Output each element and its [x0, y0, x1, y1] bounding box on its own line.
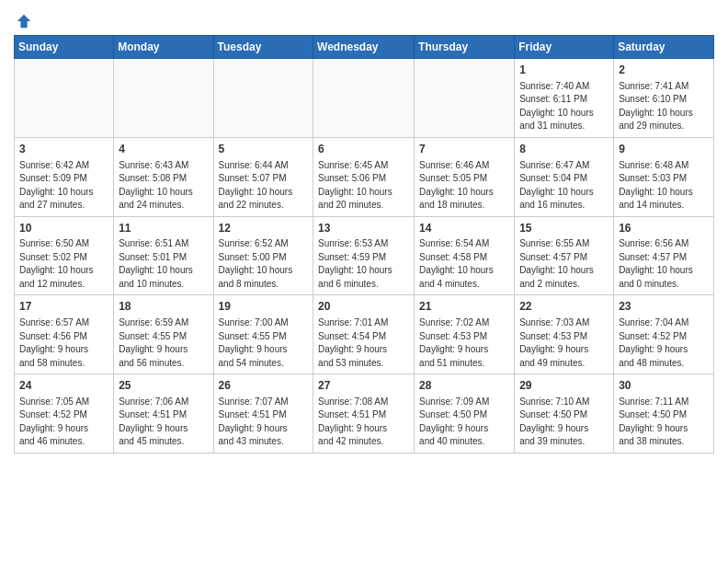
calendar-cell	[313, 59, 415, 138]
calendar-cell: 27Sunrise: 7:08 AMSunset: 4:51 PMDayligh…	[313, 374, 415, 454]
day-info: Sunrise: 7:07 AMSunset: 4:51 PMDaylight:…	[219, 396, 309, 449]
day-info: Sunrise: 6:57 AMSunset: 4:56 PMDaylight:…	[19, 316, 108, 370]
day-info: Sunrise: 7:04 AMSunset: 4:52 PMDaylight:…	[619, 316, 709, 370]
day-number: 13	[318, 221, 409, 236]
day-info: Sunrise: 7:06 AMSunset: 4:51 PMDaylight:…	[119, 396, 208, 449]
day-number: 30	[619, 378, 709, 394]
calendar-cell: 18Sunrise: 6:59 AMSunset: 4:55 PMDayligh…	[114, 295, 213, 374]
day-number: 18	[119, 299, 208, 315]
day-info: Sunrise: 6:46 AMSunset: 5:05 PMDaylight:…	[419, 159, 509, 213]
day-info: Sunrise: 7:11 AMSunset: 4:50 PMDaylight:…	[619, 396, 709, 449]
calendar-cell: 3Sunrise: 6:42 AMSunset: 5:09 PMDaylight…	[15, 137, 114, 216]
calendar-cell: 26Sunrise: 7:07 AMSunset: 4:51 PMDayligh…	[213, 374, 313, 454]
day-number: 27	[318, 378, 409, 394]
calendar-cell	[114, 59, 213, 138]
day-info: Sunrise: 6:59 AMSunset: 4:55 PMDaylight:…	[119, 316, 208, 370]
calendar-cell: 5Sunrise: 6:44 AMSunset: 5:07 PMDaylight…	[213, 137, 313, 216]
day-number: 6	[318, 142, 409, 157]
calendar-cell: 12Sunrise: 6:52 AMSunset: 5:00 PMDayligh…	[213, 216, 313, 295]
day-info: Sunrise: 6:51 AMSunset: 5:01 PMDaylight:…	[119, 237, 208, 291]
day-info: Sunrise: 6:53 AMSunset: 4:59 PMDaylight:…	[318, 237, 409, 291]
calendar-cell: 21Sunrise: 7:02 AMSunset: 4:53 PMDayligh…	[415, 295, 515, 374]
calendar-table: SundayMondayTuesdayWednesdayThursdayFrid…	[14, 35, 714, 454]
page: SundayMondayTuesdayWednesdayThursdayFrid…	[0, 0, 728, 467]
week-row-3: 17Sunrise: 6:57 AMSunset: 4:56 PMDayligh…	[15, 295, 714, 374]
day-number: 20	[318, 299, 409, 315]
day-number: 23	[619, 299, 709, 315]
day-info: Sunrise: 7:41 AMSunset: 6:10 PMDaylight:…	[619, 80, 709, 133]
day-info: Sunrise: 6:50 AMSunset: 5:02 PMDaylight:…	[19, 237, 108, 291]
day-info: Sunrise: 6:56 AMSunset: 4:57 PMDaylight:…	[619, 237, 709, 291]
calendar-cell: 24Sunrise: 7:05 AMSunset: 4:52 PMDayligh…	[15, 374, 114, 454]
calendar-cell: 19Sunrise: 7:00 AMSunset: 4:55 PMDayligh…	[213, 295, 313, 374]
day-info: Sunrise: 7:02 AMSunset: 4:53 PMDaylight:…	[419, 316, 509, 370]
calendar-body: 1Sunrise: 7:40 AMSunset: 6:11 PMDaylight…	[15, 59, 714, 454]
calendar-cell: 13Sunrise: 6:53 AMSunset: 4:59 PMDayligh…	[313, 216, 415, 295]
day-info: Sunrise: 7:05 AMSunset: 4:52 PMDaylight:…	[19, 396, 108, 449]
weekday-header-tuesday: Tuesday	[213, 36, 313, 59]
calendar-cell: 23Sunrise: 7:04 AMSunset: 4:52 PMDayligh…	[614, 295, 714, 374]
calendar-cell: 6Sunrise: 6:45 AMSunset: 5:06 PMDaylight…	[313, 137, 415, 216]
day-info: Sunrise: 6:54 AMSunset: 4:58 PMDaylight:…	[419, 237, 509, 291]
calendar-cell: 8Sunrise: 6:47 AMSunset: 5:04 PMDaylight…	[515, 137, 614, 216]
day-info: Sunrise: 6:47 AMSunset: 5:04 PMDaylight:…	[519, 159, 609, 213]
day-number: 7	[419, 142, 509, 157]
day-number: 10	[19, 221, 108, 236]
logo-text	[14, 13, 32, 31]
calendar-cell	[415, 59, 515, 138]
calendar-cell: 29Sunrise: 7:10 AMSunset: 4:50 PMDayligh…	[515, 374, 614, 454]
calendar-cell: 10Sunrise: 6:50 AMSunset: 5:02 PMDayligh…	[15, 216, 114, 295]
calendar-cell: 25Sunrise: 7:06 AMSunset: 4:51 PMDayligh…	[114, 374, 213, 454]
calendar-cell: 7Sunrise: 6:46 AMSunset: 5:05 PMDaylight…	[415, 137, 515, 216]
weekday-header-monday: Monday	[114, 36, 213, 59]
day-info: Sunrise: 7:40 AMSunset: 6:11 PMDaylight:…	[519, 80, 609, 133]
day-info: Sunrise: 6:52 AMSunset: 5:00 PMDaylight:…	[219, 237, 309, 291]
day-number: 1	[519, 63, 609, 78]
calendar-cell: 14Sunrise: 6:54 AMSunset: 4:58 PMDayligh…	[415, 216, 515, 295]
calendar-cell: 20Sunrise: 7:01 AMSunset: 4:54 PMDayligh…	[313, 295, 415, 374]
svg-marker-0	[17, 15, 30, 28]
week-row-2: 10Sunrise: 6:50 AMSunset: 5:02 PMDayligh…	[15, 216, 714, 295]
header	[14, 9, 714, 28]
day-info: Sunrise: 7:01 AMSunset: 4:54 PMDaylight:…	[318, 316, 409, 370]
calendar-header: SundayMondayTuesdayWednesdayThursdayFrid…	[15, 36, 714, 59]
calendar-cell: 30Sunrise: 7:11 AMSunset: 4:50 PMDayligh…	[614, 374, 714, 454]
week-row-0: 1Sunrise: 7:40 AMSunset: 6:11 PMDaylight…	[15, 59, 714, 138]
day-number: 28	[419, 378, 509, 394]
day-info: Sunrise: 6:44 AMSunset: 5:07 PMDaylight:…	[219, 159, 309, 213]
calendar-cell: 17Sunrise: 6:57 AMSunset: 4:56 PMDayligh…	[15, 295, 114, 374]
calendar-cell: 11Sunrise: 6:51 AMSunset: 5:01 PMDayligh…	[114, 216, 213, 295]
day-info: Sunrise: 6:48 AMSunset: 5:03 PMDaylight:…	[619, 159, 709, 213]
day-number: 29	[519, 378, 609, 394]
day-number: 22	[519, 299, 609, 315]
day-info: Sunrise: 6:45 AMSunset: 5:06 PMDaylight:…	[318, 159, 409, 213]
calendar-cell: 4Sunrise: 6:43 AMSunset: 5:08 PMDaylight…	[114, 137, 213, 216]
calendar-cell: 16Sunrise: 6:56 AMSunset: 4:57 PMDayligh…	[614, 216, 714, 295]
day-number: 14	[419, 221, 509, 236]
calendar-cell	[213, 59, 313, 138]
day-info: Sunrise: 7:00 AMSunset: 4:55 PMDaylight:…	[219, 316, 309, 370]
weekday-header-wednesday: Wednesday	[313, 36, 415, 59]
day-number: 25	[119, 378, 208, 394]
calendar-cell: 22Sunrise: 7:03 AMSunset: 4:53 PMDayligh…	[515, 295, 614, 374]
logo-icon	[16, 13, 32, 29]
day-info: Sunrise: 7:09 AMSunset: 4:50 PMDaylight:…	[419, 396, 509, 449]
day-number: 12	[219, 221, 309, 236]
day-number: 17	[19, 299, 108, 315]
day-number: 5	[219, 142, 309, 157]
calendar-cell: 9Sunrise: 6:48 AMSunset: 5:03 PMDaylight…	[614, 137, 714, 216]
day-number: 3	[19, 142, 108, 157]
day-number: 8	[519, 142, 609, 157]
weekday-header-thursday: Thursday	[415, 36, 515, 59]
calendar-cell: 15Sunrise: 6:55 AMSunset: 4:57 PMDayligh…	[515, 216, 614, 295]
day-info: Sunrise: 7:08 AMSunset: 4:51 PMDaylight:…	[318, 396, 409, 449]
weekday-header-friday: Friday	[515, 36, 614, 59]
calendar-cell: 1Sunrise: 7:40 AMSunset: 6:11 PMDaylight…	[515, 59, 614, 138]
day-number: 9	[619, 142, 709, 157]
day-number: 24	[19, 378, 108, 394]
weekday-header-saturday: Saturday	[614, 36, 714, 59]
week-row-4: 24Sunrise: 7:05 AMSunset: 4:52 PMDayligh…	[15, 374, 714, 454]
day-info: Sunrise: 7:10 AMSunset: 4:50 PMDaylight:…	[519, 396, 609, 449]
day-number: 26	[219, 378, 309, 394]
day-number: 4	[119, 142, 208, 157]
